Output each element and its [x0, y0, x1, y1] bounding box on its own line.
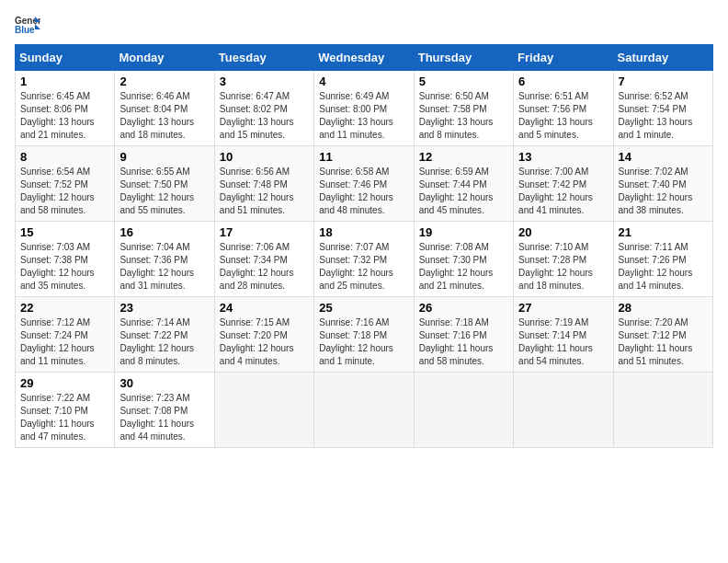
day-detail: Sunrise: 6:52 AMSunset: 7:54 PMDaylight:… — [619, 90, 708, 142]
day-cell-26: 26Sunrise: 7:18 AMSunset: 7:16 PMDayligh… — [414, 297, 513, 373]
day-detail: Sunrise: 7:03 AMSunset: 7:38 PMDaylight:… — [20, 241, 109, 293]
day-cell-3: 3Sunrise: 6:47 AMSunset: 8:02 PMDaylight… — [214, 71, 313, 146]
day-number: 18 — [319, 225, 408, 239]
day-header-wednesday: Wednesday — [314, 45, 414, 71]
day-detail: Sunrise: 6:56 AMSunset: 7:48 PMDaylight:… — [220, 166, 309, 217]
week-row-2: 8Sunrise: 6:54 AMSunset: 7:52 PMDaylight… — [16, 146, 713, 222]
day-detail: Sunrise: 6:45 AMSunset: 8:06 PMDaylight:… — [20, 90, 109, 142]
day-cell-12: 12Sunrise: 6:59 AMSunset: 7:44 PMDayligh… — [414, 146, 513, 222]
day-number: 5 — [419, 75, 508, 88]
day-detail: Sunrise: 7:16 AMSunset: 7:18 PMDaylight:… — [319, 316, 408, 368]
day-number: 2 — [119, 75, 209, 88]
day-number: 12 — [419, 150, 508, 164]
day-detail: Sunrise: 7:12 AMSunset: 7:24 PMDaylight:… — [20, 316, 109, 368]
day-cell-28: 28Sunrise: 7:20 AMSunset: 7:12 PMDayligh… — [613, 297, 712, 373]
empty-cell — [214, 373, 313, 448]
day-number: 27 — [518, 301, 608, 315]
day-cell-9: 9Sunrise: 6:55 AMSunset: 7:50 PMDaylight… — [115, 146, 214, 222]
empty-cell — [613, 373, 712, 448]
day-number: 13 — [518, 150, 608, 164]
day-number: 22 — [20, 301, 109, 315]
day-detail: Sunrise: 7:11 AMSunset: 7:26 PMDaylight:… — [619, 241, 708, 293]
day-detail: Sunrise: 7:18 AMSunset: 7:16 PMDaylight:… — [419, 316, 508, 368]
day-detail: Sunrise: 7:00 AMSunset: 7:42 PMDaylight:… — [518, 166, 608, 217]
day-cell-19: 19Sunrise: 7:08 AMSunset: 7:30 PMDayligh… — [414, 222, 513, 297]
day-cell-10: 10Sunrise: 6:56 AMSunset: 7:48 PMDayligh… — [214, 146, 313, 222]
day-cell-1: 1Sunrise: 6:45 AMSunset: 8:06 PMDaylight… — [16, 71, 115, 146]
day-detail: Sunrise: 6:47 AMSunset: 8:02 PMDaylight:… — [220, 90, 309, 142]
day-cell-7: 7Sunrise: 6:52 AMSunset: 7:54 PMDaylight… — [613, 71, 712, 146]
day-number: 6 — [518, 75, 608, 88]
day-number: 16 — [119, 225, 209, 239]
day-number: 14 — [619, 150, 708, 164]
empty-cell — [514, 373, 613, 448]
day-number: 20 — [518, 225, 608, 239]
day-number: 23 — [119, 301, 209, 315]
day-number: 24 — [220, 301, 309, 315]
day-number: 15 — [20, 225, 109, 239]
day-cell-22: 22Sunrise: 7:12 AMSunset: 7:24 PMDayligh… — [16, 297, 115, 373]
day-cell-20: 20Sunrise: 7:10 AMSunset: 7:28 PMDayligh… — [514, 222, 613, 297]
day-number: 19 — [419, 225, 508, 239]
day-cell-27: 27Sunrise: 7:19 AMSunset: 7:14 PMDayligh… — [514, 297, 613, 373]
empty-cell — [414, 373, 513, 448]
day-cell-17: 17Sunrise: 7:06 AMSunset: 7:34 PMDayligh… — [214, 222, 313, 297]
day-detail: Sunrise: 7:22 AMSunset: 7:10 PMDaylight:… — [20, 392, 109, 443]
day-cell-13: 13Sunrise: 7:00 AMSunset: 7:42 PMDayligh… — [514, 146, 613, 222]
day-detail: Sunrise: 6:49 AMSunset: 8:00 PMDaylight:… — [319, 90, 408, 142]
day-number: 8 — [20, 150, 109, 164]
day-header-tuesday: Tuesday — [214, 45, 313, 71]
empty-cell — [314, 373, 414, 448]
logo: General Blue — [15, 15, 40, 35]
day-cell-16: 16Sunrise: 7:04 AMSunset: 7:36 PMDayligh… — [115, 222, 214, 297]
day-cell-21: 21Sunrise: 7:11 AMSunset: 7:26 PMDayligh… — [613, 222, 712, 297]
day-number: 21 — [619, 225, 708, 239]
day-detail: Sunrise: 7:20 AMSunset: 7:12 PMDaylight:… — [619, 316, 708, 368]
day-cell-23: 23Sunrise: 7:14 AMSunset: 7:22 PMDayligh… — [115, 297, 214, 373]
week-row-1: 1Sunrise: 6:45 AMSunset: 8:06 PMDaylight… — [16, 71, 713, 146]
day-number: 9 — [119, 150, 209, 164]
day-number: 28 — [619, 301, 708, 315]
day-cell-11: 11Sunrise: 6:58 AMSunset: 7:46 PMDayligh… — [314, 146, 414, 222]
calendar-table: SundayMondayTuesdayWednesdayThursdayFrid… — [15, 44, 713, 448]
day-number: 25 — [319, 301, 408, 315]
day-headers-row: SundayMondayTuesdayWednesdayThursdayFrid… — [16, 45, 713, 71]
day-cell-8: 8Sunrise: 6:54 AMSunset: 7:52 PMDaylight… — [16, 146, 115, 222]
day-number: 4 — [319, 75, 408, 88]
day-cell-4: 4Sunrise: 6:49 AMSunset: 8:00 PMDaylight… — [314, 71, 414, 146]
day-cell-6: 6Sunrise: 6:51 AMSunset: 7:56 PMDaylight… — [514, 71, 613, 146]
day-number: 1 — [20, 75, 109, 88]
day-cell-25: 25Sunrise: 7:16 AMSunset: 7:18 PMDayligh… — [314, 297, 414, 373]
day-detail: Sunrise: 6:46 AMSunset: 8:04 PMDaylight:… — [119, 90, 209, 142]
day-detail: Sunrise: 7:15 AMSunset: 7:20 PMDaylight:… — [220, 316, 309, 368]
day-number: 30 — [119, 376, 209, 390]
day-header-sunday: Sunday — [16, 45, 115, 71]
day-number: 7 — [619, 75, 708, 88]
day-cell-29: 29Sunrise: 7:22 AMSunset: 7:10 PMDayligh… — [16, 373, 115, 448]
day-cell-14: 14Sunrise: 7:02 AMSunset: 7:40 PMDayligh… — [613, 146, 712, 222]
day-number: 10 — [220, 150, 309, 164]
day-cell-24: 24Sunrise: 7:15 AMSunset: 7:20 PMDayligh… — [214, 297, 313, 373]
week-row-4: 22Sunrise: 7:12 AMSunset: 7:24 PMDayligh… — [16, 297, 713, 373]
day-detail: Sunrise: 7:04 AMSunset: 7:36 PMDaylight:… — [119, 241, 209, 293]
day-detail: Sunrise: 7:08 AMSunset: 7:30 PMDaylight:… — [419, 241, 508, 293]
day-number: 17 — [220, 225, 309, 239]
day-detail: Sunrise: 7:02 AMSunset: 7:40 PMDaylight:… — [619, 166, 708, 217]
day-cell-18: 18Sunrise: 7:07 AMSunset: 7:32 PMDayligh… — [314, 222, 414, 297]
header: General Blue — [15, 15, 713, 35]
day-detail: Sunrise: 6:59 AMSunset: 7:44 PMDaylight:… — [419, 166, 508, 217]
day-detail: Sunrise: 6:51 AMSunset: 7:56 PMDaylight:… — [518, 90, 608, 142]
day-detail: Sunrise: 7:07 AMSunset: 7:32 PMDaylight:… — [319, 241, 408, 293]
day-detail: Sunrise: 6:58 AMSunset: 7:46 PMDaylight:… — [319, 166, 408, 217]
day-detail: Sunrise: 6:54 AMSunset: 7:52 PMDaylight:… — [20, 166, 109, 217]
day-header-thursday: Thursday — [414, 45, 513, 71]
day-header-friday: Friday — [514, 45, 613, 71]
day-detail: Sunrise: 7:19 AMSunset: 7:14 PMDaylight:… — [518, 316, 608, 368]
day-cell-2: 2Sunrise: 6:46 AMSunset: 8:04 PMDaylight… — [115, 71, 214, 146]
day-header-monday: Monday — [115, 45, 214, 71]
day-detail: Sunrise: 6:50 AMSunset: 7:58 PMDaylight:… — [419, 90, 508, 142]
week-row-5: 29Sunrise: 7:22 AMSunset: 7:10 PMDayligh… — [16, 373, 713, 448]
day-cell-15: 15Sunrise: 7:03 AMSunset: 7:38 PMDayligh… — [16, 222, 115, 297]
day-detail: Sunrise: 6:55 AMSunset: 7:50 PMDaylight:… — [119, 166, 209, 217]
day-number: 26 — [419, 301, 508, 315]
